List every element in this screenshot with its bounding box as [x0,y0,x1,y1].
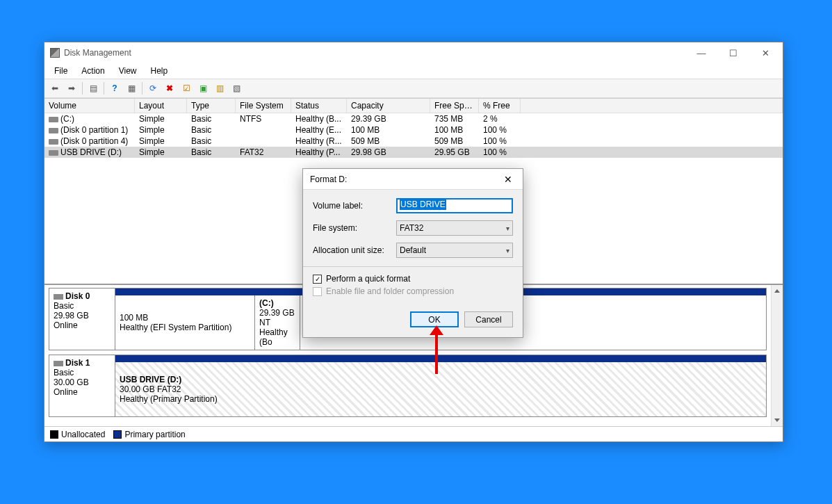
col-type[interactable]: Type [187,99,236,113]
back-icon[interactable]: ⬅ [47,81,63,96]
view-menu[interactable]: View [113,65,142,77]
volume-row[interactable]: (C:) Simple Basic NTFS Healthy (B... 29.… [44,113,783,124]
cell-type: Basic [187,147,236,158]
volume-label-label: Volume label: [313,201,396,211]
chevron-down-icon: ▾ [506,247,509,254]
disk-type: Basic [54,301,74,311]
disk-size: 29.98 GB [54,311,89,320]
volume-label-input[interactable]: USB DRIVE [396,198,513,213]
col-status[interactable]: Status [291,99,347,113]
partition-status: Healthy (Primary Partition) [120,394,762,404]
dialog-titlebar[interactable]: Format D: ✕ [303,169,523,190]
partition[interactable]: USB DRIVE (D:) 30.00 GB FAT32 Healthy (P… [115,362,766,416]
cell-type: Basic [187,124,236,136]
volume-name: (C:) [60,114,74,124]
cell-type: Basic [187,136,236,147]
disk-state: Online [54,387,78,397]
help-menu[interactable]: Help [145,65,174,77]
volume-name: USB DRIVE (D:) [60,147,122,157]
partition[interactable]: 100 MB Healthy (EFI System Partition) [115,295,254,350]
cell-layout: Simple [135,124,187,136]
disk-name: Disk 0 [65,291,90,301]
disk-state: Online [54,320,78,330]
volume-grid-header: Volume Layout Type File System Status Ca… [44,98,783,113]
cell-free: 735 MB [430,113,479,124]
view-list-icon[interactable]: ▦ [124,81,139,96]
partition-title: (C:) [259,298,295,308]
cell-capacity: 509 MB [347,136,430,147]
filesystem-label: File system: [313,223,396,233]
volume-icon [49,139,58,145]
partition[interactable]: (C:) 29.39 GB NT Healthy (Bo [254,295,300,350]
action-menu[interactable]: Action [76,65,110,77]
quick-format-checkbox[interactable]: ✓ Perform a quick format [313,274,513,284]
titlebar[interactable]: Disk Management — ☐ ✕ [44,42,783,63]
cell-status: Healthy (P... [291,147,347,158]
delete-icon[interactable]: ✖ [162,81,177,96]
partition-status: Healthy (Bo [259,327,295,347]
dialog-title: Format D: [310,174,498,184]
filesystem-value: FAT32 [400,223,423,233]
checkbox-icon [313,287,322,296]
filesystem-select[interactable]: FAT32 ▾ [396,220,513,236]
cell-layout: Simple [135,113,187,124]
disk-label[interactable]: Disk 1 Basic 30.00 GB Online [49,355,115,416]
cancel-button[interactable]: Cancel [464,311,513,327]
cell-capacity: 29.98 GB [347,147,430,158]
wizard-icon[interactable]: ▥ [212,81,227,96]
minimize-button[interactable]: — [685,43,717,63]
volume-name: (Disk 0 partition 1) [60,125,128,135]
disk-name: Disk 1 [65,358,90,368]
cell-free: 29.95 GB [430,147,479,158]
disk-label[interactable]: Disk 0 Basic 29.98 GB Online [49,288,115,350]
cell-fs: NTFS [236,113,291,124]
format-dialog: Format D: ✕ Volume label: USB DRIVE File… [302,168,523,338]
help-icon[interactable]: ? [107,81,122,96]
partition-stripe [115,355,766,362]
col-volume[interactable]: Volume [44,99,135,113]
volume-row[interactable]: USB DRIVE (D:) Simple Basic FAT32 Health… [44,147,783,158]
check-icon[interactable]: ☑ [179,81,194,96]
chevron-down-icon: ▾ [506,225,509,232]
properties-icon[interactable]: ▤ [85,81,101,96]
settings-icon[interactable]: ▧ [229,81,244,96]
disk-row: Disk 1 Basic 30.00 GB Online USB DRIVE (… [49,355,767,417]
quick-format-label: Perform a quick format [326,274,410,284]
cell-free: 100 MB [430,124,479,136]
partition-size: 30.00 GB FAT32 [120,384,762,394]
cell-fs [236,124,291,136]
cell-capacity: 100 MB [347,124,430,136]
volume-icon [49,128,58,133]
vertical-scrollbar[interactable] [771,285,783,426]
volume-label-value: USB DRIVE [400,199,446,210]
cell-capacity: 29.39 GB [347,113,430,124]
col-layout[interactable]: Layout [135,99,187,113]
disk-type: Basic [54,368,74,377]
maximize-button[interactable]: ☐ [717,43,749,63]
toolbar-separator [82,82,83,95]
partition-size: 100 MB [120,313,250,323]
disk-icon [54,294,63,300]
disk-size: 30.00 GB [54,377,89,387]
col-pctfree[interactable]: % Free [479,99,521,113]
cell-free: 509 MB [430,136,479,147]
new-volume-icon[interactable]: ▣ [195,81,211,96]
col-capacity[interactable]: Capacity [347,99,430,113]
close-window-button[interactable]: ✕ [749,43,781,63]
volume-icon [49,117,58,122]
col-free[interactable]: Free Spa... [430,99,479,113]
close-dialog-button[interactable]: ✕ [498,174,519,185]
forward-icon[interactable]: ➡ [64,81,79,96]
cell-fs [236,136,291,147]
volume-row[interactable]: (Disk 0 partition 1) Simple Basic Health… [44,124,783,136]
partition-size: 29.39 GB NT [259,308,295,327]
cell-fs: FAT32 [236,147,291,158]
checkbox-icon: ✓ [313,275,322,284]
allocation-unit-select[interactable]: Default ▾ [396,243,513,258]
refresh-icon[interactable]: ⟳ [145,81,161,96]
ok-button[interactable]: OK [410,311,459,327]
col-filesystem[interactable]: File System [236,99,291,113]
cell-pct: 100 % [479,147,521,158]
volume-row[interactable]: (Disk 0 partition 4) Simple Basic Health… [44,136,783,147]
file-menu[interactable]: File [49,65,73,77]
